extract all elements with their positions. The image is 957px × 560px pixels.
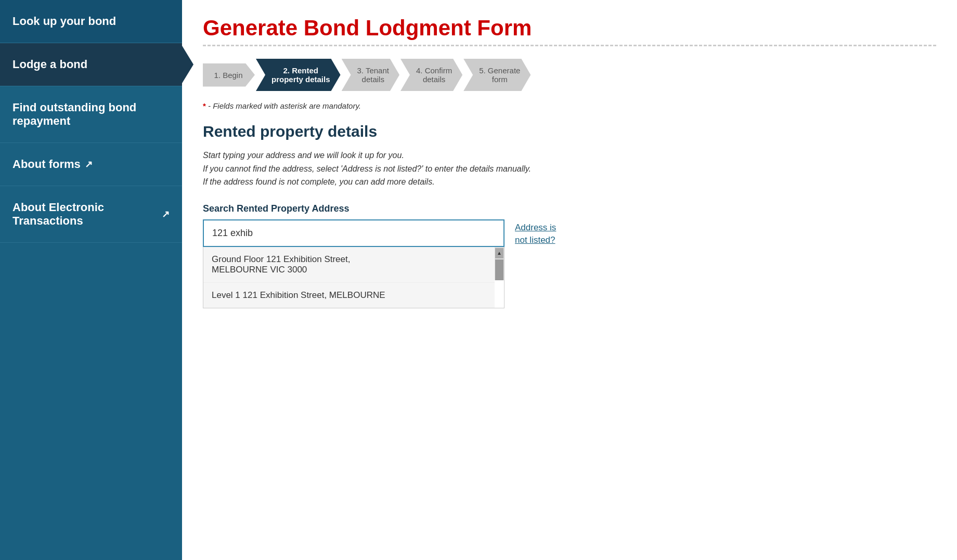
dropdown-item-0[interactable]: Ground Floor 121 Exhibition Street,MELBO… <box>203 247 495 283</box>
external-link-icon: ↗ <box>162 209 170 220</box>
step-tenant-label: 3. Tenantdetails <box>357 66 389 84</box>
step-begin[interactable]: 1. Begin <box>203 63 256 87</box>
mandatory-note: * - Fields marked with asterisk are mand… <box>203 101 936 110</box>
search-address-label: Search Rented Property Address <box>203 203 936 214</box>
step-rented-property[interactable]: 2. Rentedproperty details <box>256 59 342 91</box>
step-confirm[interactable]: 4. Confirmdetails <box>400 59 463 91</box>
asterisk-symbol: * <box>203 101 206 110</box>
section-heading: Rented property details <box>203 123 936 140</box>
scrollbar-thumb[interactable] <box>495 259 503 280</box>
step-box-confirm[interactable]: 4. Confirmdetails <box>400 59 462 91</box>
sidebar-item-label: Lodge a bond <box>12 58 87 71</box>
step-tenant[interactable]: 3. Tenantdetails <box>342 59 400 91</box>
step-rented-label: 2. Rentedproperty details <box>271 66 330 84</box>
sidebar-item-look-up-bond[interactable]: Look up your bond <box>0 0 182 43</box>
sidebar-item-label: Look up your bond <box>12 15 116 28</box>
instruction-line-3: If the address found is not complete, yo… <box>203 175 936 189</box>
step-box-rented-property[interactable]: 2. Rentedproperty details <box>256 59 341 91</box>
sidebar-item-find-outstanding[interactable]: Find outstanding bond repayment <box>0 86 182 143</box>
main-content: Generate Bond Lodgment Form 1. Begin 2. … <box>182 0 957 560</box>
step-generate-label: 5. Generateform <box>479 66 520 84</box>
step-generate[interactable]: 5. Generateform <box>463 59 532 91</box>
step-box-begin[interactable]: 1. Begin <box>203 63 255 87</box>
search-input-container: ✕ Ground Floor 121 Exhibition Street,MEL… <box>203 219 505 308</box>
sidebar-item-lodge-bond[interactable]: Lodge a bond <box>0 43 182 86</box>
address-dropdown: Ground Floor 121 Exhibition Street,MELBO… <box>203 247 505 308</box>
sidebar-item-about-forms[interactable]: About forms ↗ <box>0 143 182 186</box>
instructions: Start typing your address and we will lo… <box>203 149 936 189</box>
step-box-generate[interactable]: 5. Generateform <box>463 59 531 91</box>
sidebar-item-label: Find outstanding bond repayment <box>12 101 170 128</box>
title-divider <box>203 45 936 46</box>
page-title: Generate Bond Lodgment Form <box>203 16 936 41</box>
sidebar-item-label: About forms <box>12 158 81 171</box>
step-confirm-label: 4. Confirmdetails <box>416 66 452 84</box>
dropdown-list: Ground Floor 121 Exhibition Street,MELBO… <box>203 247 495 308</box>
address-not-listed-link[interactable]: Address isnot listed? <box>515 219 556 246</box>
instruction-line-2: If you cannot find the address, select '… <box>203 162 936 176</box>
sidebar-item-about-electronic[interactable]: About Electronic Transactions ↗ <box>0 186 182 243</box>
dropdown-scroll-container: Ground Floor 121 Exhibition Street,MELBO… <box>203 247 504 308</box>
instruction-line-1: Start typing your address and we will lo… <box>203 149 936 162</box>
scrollbar-up-button[interactable]: ▲ <box>495 248 503 258</box>
steps-breadcrumb: 1. Begin 2. Rentedproperty details 3. Te… <box>203 59 936 91</box>
dropdown-item-1[interactable]: Level 1 121 Exhibition Street, MELBOURNE <box>203 283 495 308</box>
step-box-tenant[interactable]: 3. Tenantdetails <box>342 59 399 91</box>
sidebar: Look up your bond Lodge a bond Find outs… <box>0 0 182 560</box>
sidebar-item-label: About Electronic Transactions <box>12 201 158 228</box>
external-link-icon: ↗ <box>85 159 93 170</box>
search-input[interactable] <box>203 219 505 247</box>
dropdown-scrollbar[interactable]: ▲ <box>495 247 504 280</box>
search-row: ✕ Ground Floor 121 Exhibition Street,MEL… <box>203 219 936 308</box>
